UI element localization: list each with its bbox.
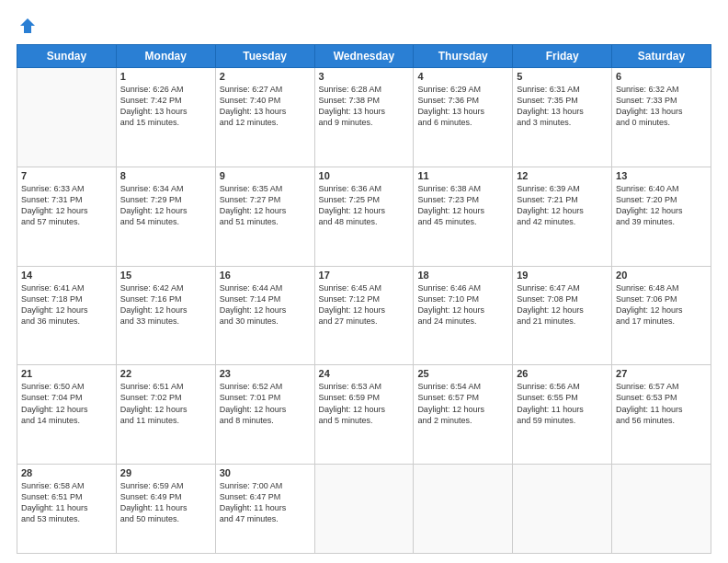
day-number: 16: [220, 270, 311, 281]
cell-content: Sunrise: 6:33 AM Sunset: 7:31 PM Dayligh…: [21, 183, 112, 228]
day-number: 30: [220, 467, 311, 478]
day-number: 21: [21, 368, 112, 379]
day-number: 10: [319, 170, 410, 181]
calendar-cell: 2Sunrise: 6:27 AM Sunset: 7:40 PM Daylig…: [215, 68, 314, 167]
day-header-sunday: Sunday: [17, 45, 117, 68]
day-number: 17: [319, 270, 410, 281]
calendar-week-row: 7Sunrise: 6:33 AM Sunset: 7:31 PM Daylig…: [17, 167, 711, 266]
cell-content: Sunrise: 6:32 AM Sunset: 7:33 PM Dayligh…: [616, 84, 707, 129]
calendar-week-row: 1Sunrise: 6:26 AM Sunset: 7:42 PM Daylig…: [17, 68, 711, 167]
calendar-week-row: 21Sunrise: 6:50 AM Sunset: 7:04 PM Dayli…: [17, 365, 711, 465]
calendar-cell: 16Sunrise: 6:44 AM Sunset: 7:14 PM Dayli…: [215, 266, 314, 365]
calendar-cell: 7Sunrise: 6:33 AM Sunset: 7:31 PM Daylig…: [17, 167, 117, 266]
calendar-cell: [612, 465, 711, 554]
calendar-cell: 30Sunrise: 7:00 AM Sunset: 6:47 PM Dayli…: [215, 465, 314, 554]
day-header-wednesday: Wednesday: [314, 45, 414, 68]
cell-content: Sunrise: 6:47 AM Sunset: 7:08 PM Dayligh…: [517, 282, 608, 327]
calendar-cell: 29Sunrise: 6:59 AM Sunset: 6:49 PM Dayli…: [116, 465, 215, 554]
day-number: 22: [120, 368, 211, 379]
day-number: 9: [220, 170, 311, 181]
calendar-cell: [414, 465, 513, 554]
cell-content: Sunrise: 6:45 AM Sunset: 7:12 PM Dayligh…: [319, 282, 410, 327]
day-number: 23: [220, 368, 311, 379]
day-number: 8: [120, 170, 211, 181]
day-number: 5: [517, 71, 608, 82]
cell-content: Sunrise: 6:51 AM Sunset: 7:02 PM Dayligh…: [120, 381, 211, 426]
svg-marker-0: [20, 18, 35, 33]
calendar-cell: 13Sunrise: 6:40 AM Sunset: 7:20 PM Dayli…: [612, 167, 711, 266]
calendar-cell: 21Sunrise: 6:50 AM Sunset: 7:04 PM Dayli…: [17, 365, 117, 465]
calendar-cell: [314, 465, 414, 554]
day-header-tuesday: Tuesday: [215, 45, 314, 68]
cell-content: Sunrise: 6:44 AM Sunset: 7:14 PM Dayligh…: [220, 282, 311, 327]
day-header-thursday: Thursday: [414, 45, 513, 68]
calendar-cell: 1Sunrise: 6:26 AM Sunset: 7:42 PM Daylig…: [116, 68, 215, 167]
calendar-cell: 11Sunrise: 6:38 AM Sunset: 7:23 PM Dayli…: [414, 167, 513, 266]
cell-content: Sunrise: 6:40 AM Sunset: 7:20 PM Dayligh…: [616, 183, 707, 228]
cell-content: Sunrise: 6:39 AM Sunset: 7:21 PM Dayligh…: [517, 183, 608, 228]
calendar-header-row: SundayMondayTuesdayWednesdayThursdayFrid…: [17, 45, 711, 68]
day-number: 12: [517, 170, 608, 181]
cell-content: Sunrise: 6:35 AM Sunset: 7:27 PM Dayligh…: [220, 183, 311, 228]
day-header-monday: Monday: [116, 45, 215, 68]
header: [17, 17, 711, 35]
calendar-cell: 24Sunrise: 6:53 AM Sunset: 6:59 PM Dayli…: [314, 365, 414, 465]
calendar-cell: 18Sunrise: 6:46 AM Sunset: 7:10 PM Dayli…: [414, 266, 513, 365]
day-number: 24: [319, 368, 410, 379]
day-number: 27: [616, 368, 707, 379]
calendar-cell: 8Sunrise: 6:34 AM Sunset: 7:29 PM Daylig…: [116, 167, 215, 266]
cell-content: Sunrise: 6:26 AM Sunset: 7:42 PM Dayligh…: [120, 84, 211, 129]
day-number: 1: [120, 71, 211, 82]
day-number: 4: [417, 71, 508, 82]
day-number: 28: [21, 467, 112, 478]
calendar-cell: 12Sunrise: 6:39 AM Sunset: 7:21 PM Dayli…: [513, 167, 612, 266]
day-number: 2: [220, 71, 311, 82]
cell-content: Sunrise: 6:29 AM Sunset: 7:36 PM Dayligh…: [417, 84, 508, 129]
calendar-cell: 23Sunrise: 6:52 AM Sunset: 7:01 PM Dayli…: [215, 365, 314, 465]
calendar-cell: 26Sunrise: 6:56 AM Sunset: 6:55 PM Dayli…: [513, 365, 612, 465]
calendar-cell: 3Sunrise: 6:28 AM Sunset: 7:38 PM Daylig…: [314, 68, 414, 167]
cell-content: Sunrise: 6:52 AM Sunset: 7:01 PM Dayligh…: [220, 381, 311, 426]
cell-content: Sunrise: 7:00 AM Sunset: 6:47 PM Dayligh…: [220, 480, 311, 525]
day-number: 14: [21, 270, 112, 281]
cell-content: Sunrise: 6:31 AM Sunset: 7:35 PM Dayligh…: [517, 84, 608, 129]
calendar-cell: 25Sunrise: 6:54 AM Sunset: 6:57 PM Dayli…: [414, 365, 513, 465]
calendar-cell: 6Sunrise: 6:32 AM Sunset: 7:33 PM Daylig…: [612, 68, 711, 167]
cell-content: Sunrise: 6:36 AM Sunset: 7:25 PM Dayligh…: [319, 183, 410, 228]
cell-content: Sunrise: 6:34 AM Sunset: 7:29 PM Dayligh…: [120, 183, 211, 228]
calendar-cell: 9Sunrise: 6:35 AM Sunset: 7:27 PM Daylig…: [215, 167, 314, 266]
calendar-cell: 28Sunrise: 6:58 AM Sunset: 6:51 PM Dayli…: [17, 465, 117, 554]
day-number: 13: [616, 170, 707, 181]
calendar-table: SundayMondayTuesdayWednesdayThursdayFrid…: [17, 44, 711, 554]
day-number: 15: [120, 270, 211, 281]
day-number: 18: [417, 270, 508, 281]
calendar-cell: 5Sunrise: 6:31 AM Sunset: 7:35 PM Daylig…: [513, 68, 612, 167]
calendar-cell: 22Sunrise: 6:51 AM Sunset: 7:02 PM Dayli…: [116, 365, 215, 465]
calendar-cell: 20Sunrise: 6:48 AM Sunset: 7:06 PM Dayli…: [612, 266, 711, 365]
cell-content: Sunrise: 6:41 AM Sunset: 7:18 PM Dayligh…: [21, 282, 112, 327]
cell-content: Sunrise: 6:53 AM Sunset: 6:59 PM Dayligh…: [319, 381, 410, 426]
cell-content: Sunrise: 6:59 AM Sunset: 6:49 PM Dayligh…: [120, 480, 211, 525]
day-number: 25: [417, 368, 508, 379]
calendar-cell: 27Sunrise: 6:57 AM Sunset: 6:53 PM Dayli…: [612, 365, 711, 465]
day-number: 7: [21, 170, 112, 181]
cell-content: Sunrise: 6:48 AM Sunset: 7:06 PM Dayligh…: [616, 282, 707, 327]
calendar-cell: 17Sunrise: 6:45 AM Sunset: 7:12 PM Dayli…: [314, 266, 414, 365]
day-number: 20: [616, 270, 707, 281]
calendar-week-row: 14Sunrise: 6:41 AM Sunset: 7:18 PM Dayli…: [17, 266, 711, 365]
day-number: 3: [319, 71, 410, 82]
calendar-cell: 4Sunrise: 6:29 AM Sunset: 7:36 PM Daylig…: [414, 68, 513, 167]
cell-content: Sunrise: 6:27 AM Sunset: 7:40 PM Dayligh…: [220, 84, 311, 129]
logo-icon: [18, 17, 37, 35]
cell-content: Sunrise: 6:54 AM Sunset: 6:57 PM Dayligh…: [417, 381, 508, 426]
day-number: 6: [616, 71, 707, 82]
day-number: 11: [417, 170, 508, 181]
day-number: 29: [120, 467, 211, 478]
calendar-cell: 14Sunrise: 6:41 AM Sunset: 7:18 PM Dayli…: [17, 266, 117, 365]
cell-content: Sunrise: 6:28 AM Sunset: 7:38 PM Dayligh…: [319, 84, 410, 129]
day-number: 19: [517, 270, 608, 281]
cell-content: Sunrise: 6:38 AM Sunset: 7:23 PM Dayligh…: [417, 183, 508, 228]
page: SundayMondayTuesdayWednesdayThursdayFrid…: [0, 0, 728, 563]
calendar-week-row: 28Sunrise: 6:58 AM Sunset: 6:51 PM Dayli…: [17, 465, 711, 554]
cell-content: Sunrise: 6:46 AM Sunset: 7:10 PM Dayligh…: [417, 282, 508, 327]
